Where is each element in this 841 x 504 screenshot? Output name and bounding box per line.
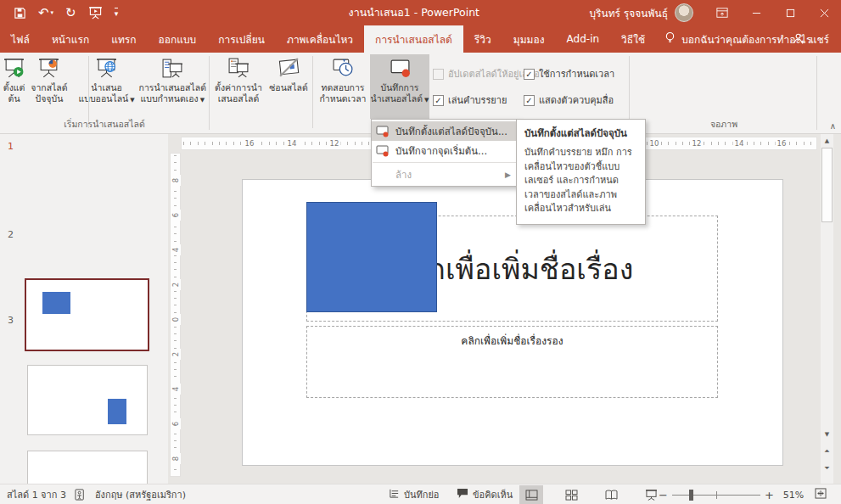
group-label-start: เริ่มการนำเสนอสไลด์ [0,117,209,132]
tab-review[interactable]: รีวิว [463,25,502,53]
lightbulb-icon [664,31,676,47]
ruler-number: 6 [171,418,181,429]
group-start-slide-show: ตั้งแต่ ต้น จากสไลด์ ปัจจุบัน นำเสนอ [0,53,209,133]
slide-number: 1 [8,141,14,152]
zoom-slider[interactable] [672,485,760,504]
zoom-level[interactable]: 51% [783,490,804,501]
slide-sorter-view-button[interactable] [559,485,583,504]
tooltip-title: บันทึกตั้งแต่สไลด์ปัจจุบัน [524,126,637,141]
tab-design[interactable]: ออกแบบ [148,25,208,53]
record-icon [376,125,390,138]
ribbon-display-options-icon[interactable] [705,0,739,25]
window-title: งานนำเสนอ1 - PowerPoint [349,0,479,25]
fit-to-window-icon[interactable] [815,488,827,501]
slide-canvas[interactable]: คลิกเพื่อเพิ่มชื่อเรื่อง คลิกเพื่อเพิ่มช… [242,179,783,466]
slide-number: 3 [8,315,14,326]
ruler-number: 2 [171,349,181,360]
use-timings-checkbox[interactable]: ✓ ใช้การกำหนดเวลา [524,66,614,81]
start-from-beginning-icon[interactable] [88,7,103,20]
ruler-number: 12 [691,139,704,148]
tab-insert[interactable]: แทรก [100,25,147,53]
blue-rectangle-shape [108,399,126,424]
tooltip: บันทึกตั้งแต่สไลด์ปัจจุบัน บันทึกคำบรรยา… [516,119,646,225]
zoom-slider-thumb[interactable] [689,490,693,501]
normal-view-button[interactable] [519,485,543,504]
from-current-slide-button[interactable]: จากสไลด์ ปัจจุบัน [28,54,70,119]
chevron-down-icon: ▼ [200,97,205,104]
play-narrations-checkbox[interactable]: ✓ เล่นคำบรรยาย [433,92,507,108]
ribbon-tab-bar: ไฟล์ หน้าแรก แทรก ออกแบบ การเปลี่ยน ภาพเ… [0,25,841,53]
reading-view-button[interactable] [599,485,623,504]
menu-item-record-from-current[interactable]: บันทึกตั้งแต่สไลด์ปัจจุบัน... [372,121,518,141]
minimize-button[interactable] [739,0,773,25]
tab-transitions[interactable]: การเปลี่ยน [207,25,276,53]
custom-slide-show-button[interactable]: การนำเสนอสไลด์ แบบกำหนดเอง▼ [137,54,209,119]
set-up-slide-show-icon [227,57,250,82]
slide-thumbnail-1[interactable] [25,278,149,351]
share-button[interactable]: แชร์ [793,25,829,53]
vertical-scrollbar[interactable]: ▲ ▼ ⏶ ⏷ [821,134,833,484]
close-button[interactable] [807,0,841,25]
save-icon[interactable] [14,7,26,20]
ruler-number: 0 [171,314,181,325]
slide-thumbnail-2[interactable] [27,365,148,435]
blue-rectangle-shape[interactable] [306,202,437,312]
tab-home[interactable]: หน้าแรก [41,25,100,53]
blue-rectangle-shape [42,292,70,314]
language-indicator[interactable]: อังกฤษ (สหรัฐอเมริกา) [95,484,186,504]
tab-view[interactable]: มุมมอง [502,25,556,53]
subtitle-placeholder[interactable]: คลิกเพื่อเพิ่มชื่อเรื่องรอง [306,326,718,398]
chevron-down-icon: ▼ [424,97,429,104]
comments-toggle[interactable]: ข้อคิดเห็น [457,484,513,504]
ruler-number: 16 [776,139,788,148]
present-online-button[interactable]: นำเสนอ แบบออนไลน์▼ [77,54,137,119]
record-slide-show-menu: บันทึกตั้งแต่สไลด์ปัจจุบัน... บันทึกจากจ… [371,119,519,187]
notes-toggle[interactable]: บันทึกย่อ [389,484,439,504]
record-icon [376,144,390,158]
previous-slide-icon[interactable]: ⏶ [821,445,833,457]
undo-icon[interactable]: ↶▾ [38,5,53,20]
slide-indicator[interactable]: สไลด์ 1 จาก 3 [7,484,66,504]
tab-slide-show[interactable]: การนำเสนอสไลด์ [364,25,463,53]
scroll-down-icon[interactable]: ▼ [821,428,833,440]
ruler-number: 6 [171,210,181,221]
present-online-icon [95,57,118,82]
accessibility-icon[interactable] [75,484,87,504]
zoom-out-icon[interactable]: − [659,489,668,501]
hide-slide-icon [278,57,300,82]
hide-slide-button[interactable]: ซ่อนสไลด์ [266,54,311,119]
tab-addin[interactable]: Add-in [556,25,611,53]
group-monitors: จอภาพ: อัตโนมัติ ▼ ✓ ใช้มุมมองของผู้นำเส… [631,53,816,133]
tab-file[interactable]: ไฟล์ [0,25,41,53]
repeat-icon[interactable]: ↻ [65,5,76,20]
menu-item-clear: ล้าง ▶ [372,165,518,184]
tooltip-body: บันทึกคำบรรยาย หมึก การเคลื่อนไหวของตัวช… [524,146,637,216]
slide-number: 2 [8,229,14,240]
notes-icon [389,488,400,501]
tab-animations[interactable]: ภาพเคลื่อนไหว [276,25,364,53]
set-up-slide-show-button[interactable]: ตั้งค่าการนำ เสนอสไลด์ [210,54,266,119]
ruler-number: 8 [171,453,181,464]
user-name[interactable]: บุรินทร์ รุจจนพันธุ์ [589,5,668,21]
record-slide-show-button[interactable]: บันทึกการ นำเสนอสไลด์▼ [370,54,429,119]
collapse-ribbon-icon[interactable]: ∧ [830,121,836,131]
menu-item-record-from-beginning[interactable]: บันทึกจากจุดเริ่มต้น... [372,141,518,160]
record-slide-show-icon [389,57,412,82]
from-beginning-icon [3,57,25,82]
quick-access-toolbar: ↶▾ ↻ ▾ [0,5,118,20]
ruler-number: 14 [286,139,299,148]
tab-help[interactable]: วิธีใช้ [610,25,656,53]
restore-button[interactable] [773,0,807,25]
from-beginning-button[interactable]: ตั้งแต่ ต้น [0,54,28,119]
scrollbar-thumb[interactable] [821,148,833,222]
slide-thumbnail-panel: 1 2 3 [0,134,168,484]
scroll-up-icon[interactable]: ▲ [821,134,833,147]
customize-qat-icon[interactable]: ▾ [115,8,119,18]
user-avatar[interactable] [675,3,693,22]
rehearse-timings-button[interactable]: ทดสอบการ กำหนดเวลา [316,54,370,119]
rehearse-timings-icon [332,57,355,82]
show-media-controls-checkbox[interactable]: ✓ แสดงตัวควบคุมสื่อ [524,92,614,108]
powerpoint-window: ↶▾ ↻ ▾ งานนำเสนอ1 - PowerPoint บุรินทร์ … [0,0,841,504]
next-slide-icon[interactable]: ⏷ [821,462,833,474]
zoom-in-icon[interactable]: + [765,489,774,501]
